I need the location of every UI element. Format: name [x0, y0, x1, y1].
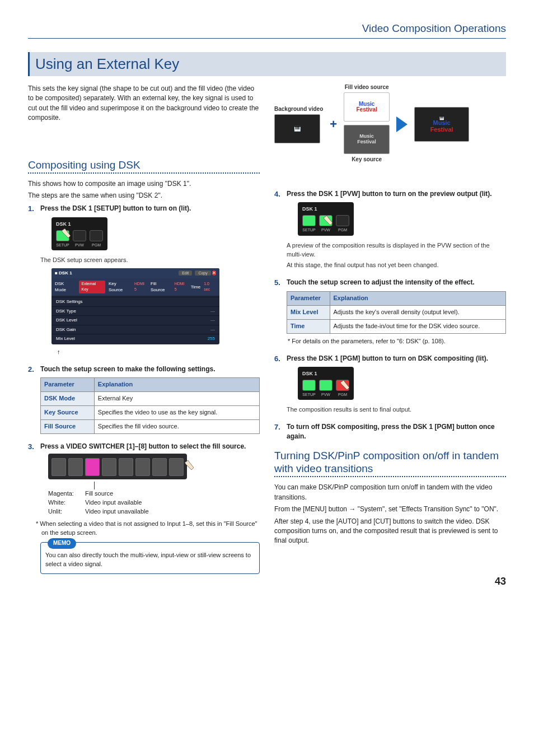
step-2: 2. Touch the setup screen to make the fo…	[28, 365, 260, 434]
key-frame: MusicFestival	[344, 125, 390, 154]
val: 1.0 sec	[204, 281, 216, 292]
step-num: 5.	[274, 278, 280, 288]
td: DSK Mode	[41, 392, 95, 406]
pointer-hand-icon	[317, 214, 339, 237]
pvw-button	[319, 380, 332, 391]
td: Adjusts the key's overall density (outpu…	[330, 305, 506, 319]
panel-lbl: PVW	[319, 392, 332, 398]
legend-v: Video input available	[85, 498, 142, 507]
video-switcher	[48, 454, 187, 479]
pointer-hand-icon	[178, 459, 204, 485]
th: Parameter	[287, 291, 330, 305]
legend-v: Fill source	[85, 489, 113, 498]
composition-diagram: Background video 🎹 + Fill video source M…	[274, 84, 506, 165]
td: Adjusts the fade-in/out time for the DSK…	[330, 319, 506, 333]
step5-table: ParameterExplanation Mix LevelAdjusts th…	[287, 291, 506, 334]
step2-table: ParameterExplanation DSK ModeExternal Ke…	[40, 377, 260, 434]
step-5: 5. Touch the setup screen to adjust the …	[274, 278, 506, 346]
td: External Key	[94, 392, 259, 406]
row-v: ---	[210, 326, 215, 333]
step-7: 7. To turn off DSK compositing, press th…	[274, 422, 506, 442]
divider	[274, 476, 506, 477]
step-title: Press the DSK 1 [PGM] button to turn on …	[287, 354, 488, 362]
lbl: Fill Source	[151, 281, 171, 293]
pointer-hand-icon	[334, 379, 356, 402]
result-frame: 🎹 MusicFestival	[414, 107, 469, 142]
step4-after2: At this stage, the final output has not …	[287, 261, 506, 270]
step-num: 2.	[28, 365, 34, 375]
switcher-legend: Magenta:Fill source White:Video input av…	[48, 489, 260, 516]
td: Fill Source	[41, 420, 95, 434]
row: Mix Level	[56, 336, 75, 341]
row-v: ---	[210, 317, 215, 324]
legend-l: White:	[48, 498, 79, 507]
val: External Key	[79, 281, 105, 293]
td: Time	[287, 319, 330, 333]
val: HDMI 5	[134, 281, 147, 292]
dsk-intro-2: The steps are the same when using "DSK 2…	[28, 191, 260, 200]
panel-lbl: SETUP	[302, 392, 316, 398]
row-v: 255	[208, 335, 215, 342]
row: DSK Gain	[56, 327, 76, 332]
dsk-setup-screen: ■ DSK 1 Edit Copy ✕ DSK Mode External Ke…	[51, 268, 219, 344]
step1-after: The DSK setup screen appears.	[40, 256, 260, 265]
step-num: 3.	[28, 442, 34, 452]
diag-lbl: Background video	[274, 106, 323, 112]
step5-note: * For details on the parameters, refer t…	[287, 337, 506, 346]
row: DSK Level	[56, 318, 77, 323]
legend-l: Magenta:	[48, 489, 79, 498]
step-num: 6.	[274, 354, 280, 365]
h2-tandem: Turning DSK/PinP composition on/off in t…	[274, 450, 506, 475]
plus-icon: +	[330, 117, 337, 132]
dsk-intro-1: This shows how to composite an image usi…	[28, 179, 260, 189]
setup-button	[302, 380, 316, 391]
td: Mix Level	[287, 305, 330, 319]
setup-button	[302, 215, 316, 226]
dsk-panel-setup: DSK 1 SETUP PVW	[51, 217, 107, 250]
th: Explanation	[330, 291, 506, 305]
step-title: Press a VIDEO SWITCHER [1]–[8] button to…	[40, 442, 246, 450]
step-4: 4. Press the DSK 1 [PVW] button to turn …	[274, 189, 506, 270]
step-num: 1.	[28, 204, 34, 214]
diag-lbl: Fill video source	[344, 84, 390, 90]
td: Key Source	[41, 406, 95, 420]
row-v: ---	[210, 308, 215, 315]
step-1: 1. Press the DSK 1 [SETUP] button to tur…	[28, 204, 260, 357]
dsk-panel-pvw: DSK 1 SETUP PVW PGM	[298, 202, 354, 235]
val: HDMI 5	[175, 281, 188, 292]
screen-title: DSK 1	[59, 270, 72, 276]
dsk-panel-pgm: DSK 1 SETUP PVW PGM	[298, 367, 354, 400]
memo-text: You can also directly touch the multi-vi…	[45, 551, 255, 569]
step-num: 4.	[274, 189, 280, 200]
lbl: DSK Mode	[55, 281, 76, 293]
lbl: Key Source	[109, 281, 131, 293]
step-num: 7.	[274, 422, 280, 433]
panel-title: DSK 1	[302, 370, 349, 377]
fill-frame: MusicFestival	[344, 92, 390, 122]
arrow-icon	[396, 116, 407, 132]
step-3: 3. Press a VIDEO SWITCHER [1]–[8] button…	[28, 442, 260, 574]
copy-pill: Copy	[195, 270, 210, 276]
memo-label: MEMO	[48, 538, 76, 549]
close-icon: ✕	[212, 270, 216, 276]
legend-l: Unlit:	[48, 507, 79, 516]
divider	[28, 172, 260, 174]
tandem-p3: After step 4, use the [AUTO] and [CUT] b…	[274, 517, 506, 546]
legend-v: Video input unavailable	[85, 507, 149, 516]
step3-note: * When selecting a video that is not ass…	[35, 520, 260, 538]
page-title: Using an External Key	[28, 52, 506, 76]
pointer-hand-icon	[55, 227, 77, 250]
row: DSK Settings	[56, 299, 83, 304]
step-title: Press the DSK 1 [PVW] button to turn on …	[287, 190, 492, 198]
th: Explanation	[94, 378, 259, 392]
diag-lbl: Key source	[344, 156, 390, 162]
td: Specifies the video to use as the key si…	[94, 406, 259, 420]
step-title: Touch the setup screen to adjust the int…	[287, 278, 475, 286]
tandem-p2: From the [MENU] button → "System", set "…	[274, 505, 506, 514]
intro-text: This sets the key signal (the shape to b…	[28, 84, 260, 123]
row: DSK Type	[56, 309, 76, 314]
section-header: Video Composition Operations	[28, 22, 506, 39]
arrow-right-icon: →	[349, 505, 355, 513]
step-6: 6. Press the DSK 1 [PGM] button to turn …	[274, 354, 506, 415]
panel-title: DSK 1	[302, 206, 349, 213]
